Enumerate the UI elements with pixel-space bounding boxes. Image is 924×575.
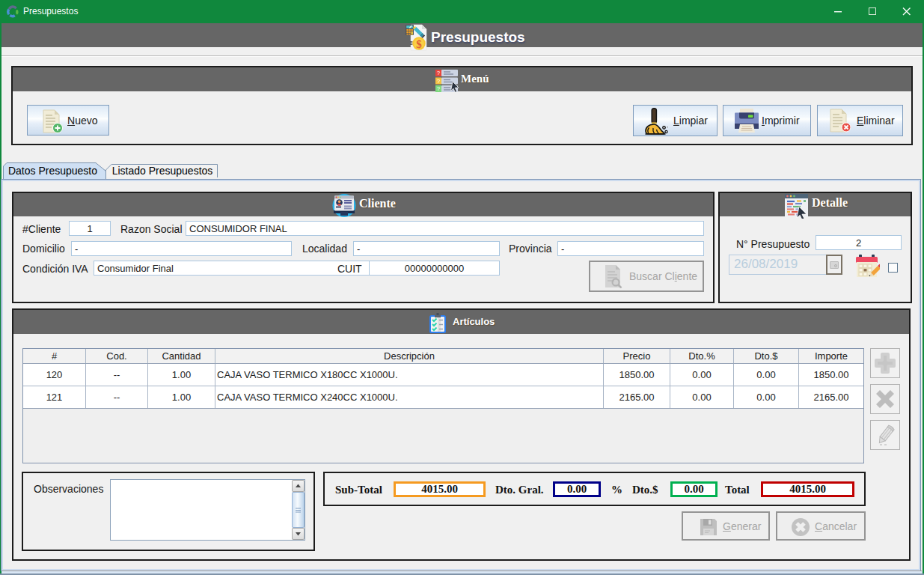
svg-text:?: ?: [437, 85, 441, 92]
svg-text:?: ?: [437, 78, 441, 85]
svg-text:?: ?: [437, 70, 441, 76]
svg-text:$: $: [416, 38, 422, 50]
